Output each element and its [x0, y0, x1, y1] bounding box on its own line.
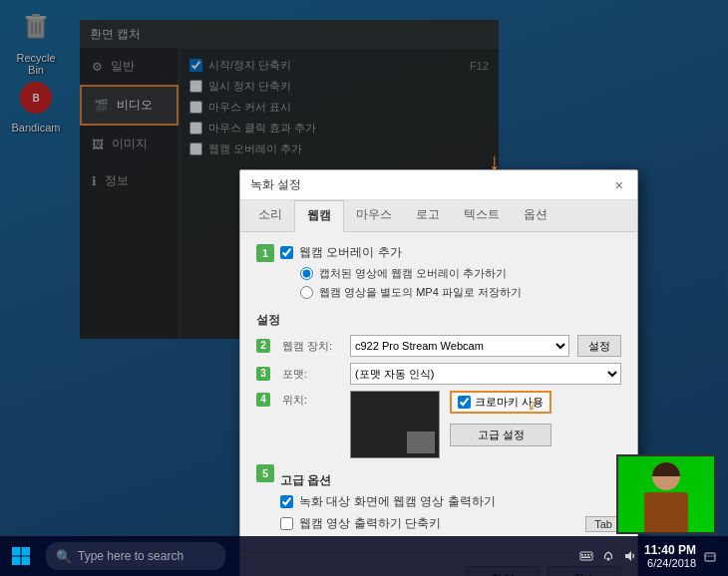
svg-rect-17: [590, 554, 591, 556]
taskbar-search[interactable]: 🔍 Type here to search: [46, 542, 225, 570]
dialog-tabs: 소리 웹캠 마우스 로고 텍스트 옵션: [240, 200, 637, 232]
svg-marker-20: [625, 551, 631, 561]
svg-rect-9: [12, 547, 21, 556]
keyboard-icon: [578, 548, 594, 564]
taskbar-clock: 11:40 PM 6/24/2018: [644, 543, 696, 569]
step2-badge: 2: [256, 339, 270, 353]
dialog-body: 1 웹캠 오버레이 추가 캡처된 영상에 웹캠 오버레이 추가하기 웹캠 영상을…: [240, 232, 637, 557]
output-webcam-checkbox-row: 녹화 대상 화면에 웹캠 영상 출력하기: [280, 493, 621, 510]
output-webcam-checkbox[interactable]: [280, 495, 293, 508]
search-placeholder: Type here to search: [78, 549, 183, 563]
start-button[interactable]: [0, 536, 42, 576]
webcam-preview-box: [350, 391, 440, 458]
webcam-live-preview: [616, 454, 716, 534]
radio2-row: 웹캠 영상을 별도의 MP4 파일로 저장하기: [300, 285, 621, 300]
dialog-close-button[interactable]: ×: [611, 177, 627, 193]
step2-row: 2 웹캠 장치: c922 Pro Stream Webcam 설정: [256, 335, 621, 357]
windows-icon: [11, 546, 31, 566]
webcam-mode-save-radio[interactable]: [300, 286, 313, 299]
green-screen: [618, 456, 714, 532]
format-select[interactable]: (포맷 자동 인식): [350, 363, 621, 385]
chromakey-checkbox[interactable]: [458, 396, 471, 409]
step3-badge: 3: [256, 367, 270, 381]
tab-options[interactable]: 옵션: [512, 200, 559, 231]
person-body: [644, 492, 688, 534]
svg-rect-14: [581, 554, 583, 556]
webcam-mode-overlay-label: 캡처된 영상에 웹캠 오버레이 추가하기: [319, 266, 507, 281]
search-icon: 🔍: [56, 549, 72, 564]
volume-icon: [622, 548, 638, 564]
advanced-options-label: 고급 옵션: [280, 472, 621, 489]
dialog-title: 녹화 설정: [250, 176, 301, 193]
svg-rect-21: [705, 553, 715, 561]
webcam-shortcut-label: 웹캠 영상 출력하기 단축키: [299, 515, 441, 532]
step1-badge: 1: [256, 244, 274, 262]
arrow-annotation-1: ↓: [489, 147, 501, 175]
output-webcam-label: 녹화 대상 화면에 웹캠 영상 출력하기: [299, 493, 496, 510]
device-settings-button[interactable]: 설정: [577, 335, 621, 357]
step3-row: 3 포맷: (포맷 자동 인식): [256, 363, 621, 385]
svg-rect-16: [587, 554, 589, 556]
tab-mouse[interactable]: 마우스: [344, 200, 404, 231]
svg-rect-10: [22, 547, 31, 556]
svg-rect-12: [22, 557, 31, 566]
device-select[interactable]: c922 Pro Stream Webcam: [350, 335, 569, 357]
svg-rect-15: [584, 554, 586, 556]
person-silhouette: [636, 462, 696, 532]
svg-rect-11: [12, 557, 21, 566]
tab-text[interactable]: 텍스트: [452, 200, 512, 231]
taskbar-right: 11:40 PM 6/24/2018: [568, 536, 728, 576]
step4-badge: 4: [256, 393, 270, 407]
webcam-shortcut-checkbox[interactable]: [280, 517, 293, 530]
tab-sound[interactable]: 소리: [246, 200, 294, 231]
webcam-overlay-add-label: 웹캠 오버레이 추가: [299, 244, 402, 261]
step1-content: 웹캠 오버레이 추가 캡처된 영상에 웹캠 오버레이 추가하기 웹캠 영상을 별…: [280, 244, 621, 304]
settings-section-label: 설정: [256, 312, 621, 329]
svg-rect-18: [581, 557, 590, 559]
webcam-mode-overlay-radio[interactable]: [300, 267, 313, 280]
position-label: 위치:: [282, 393, 342, 408]
webcam-overlay-add-checkbox[interactable]: [280, 246, 293, 259]
radio1-row: 캡처된 영상에 웹캠 오버레이 추가하기: [300, 266, 621, 281]
step5-section: 5 고급 옵션 녹화 대상 화면에 웹캠 영상 출력하기 웹캠 영상 출력하기 …: [256, 464, 621, 537]
webcam-preview-inner: [407, 432, 435, 453]
webcam-mode-save-label: 웹캠 영상을 별도의 MP4 파일로 저장하기: [319, 285, 522, 300]
clock-date: 6/24/2018: [644, 557, 696, 569]
position-content: 크로마키 사용 고급 설정: [350, 391, 621, 458]
position-row: 크로마키 사용 고급 설정: [350, 391, 621, 458]
notification-icon[interactable]: [702, 548, 718, 564]
tab-logo[interactable]: 로고: [404, 200, 452, 231]
network-icon: [600, 548, 616, 564]
format-label: 포맷:: [282, 367, 342, 382]
step1-section: 1 웹캠 오버레이 추가 캡처된 영상에 웹캠 오버레이 추가하기 웹캠 영상을…: [256, 244, 621, 304]
tab-webcam[interactable]: 웹캠: [294, 200, 344, 232]
taskbar: 🔍 Type here to search 11:40 PM 6/24/2018: [0, 536, 728, 576]
step5-content: 고급 옵션 녹화 대상 화면에 웹캠 영상 출력하기 웹캠 영상 출력하기 단축…: [280, 464, 621, 537]
desktop: Recycle Bin B Bandicam 환면 캡처 ⚙ 일반 🎬 비디오: [0, 0, 728, 576]
person-hair: [652, 462, 680, 476]
clock-time: 11:40 PM: [644, 543, 696, 557]
svg-rect-13: [580, 552, 592, 560]
webcam-overlay-add-row: 웹캠 오버레이 추가: [280, 244, 621, 261]
step4-row: 4 위치: 크로마키 사용 고: [256, 391, 621, 458]
recording-settings-dialog: 녹화 설정 × 소리 웹캠 마우스 로고 텍스트 옵션 1 웹캠 오버레이 추가: [239, 169, 638, 576]
svg-point-19: [606, 558, 609, 561]
dialog-titlebar: 녹화 설정 ×: [240, 170, 637, 200]
webcam-shortcut-checkbox-row: 웹캠 영상 출력하기 단축키 Tab: [280, 515, 621, 532]
step5-badge: 5: [256, 464, 274, 482]
device-label: 웹캠 장치:: [282, 339, 342, 354]
advanced-settings-button[interactable]: 고급 설정: [450, 424, 551, 446]
